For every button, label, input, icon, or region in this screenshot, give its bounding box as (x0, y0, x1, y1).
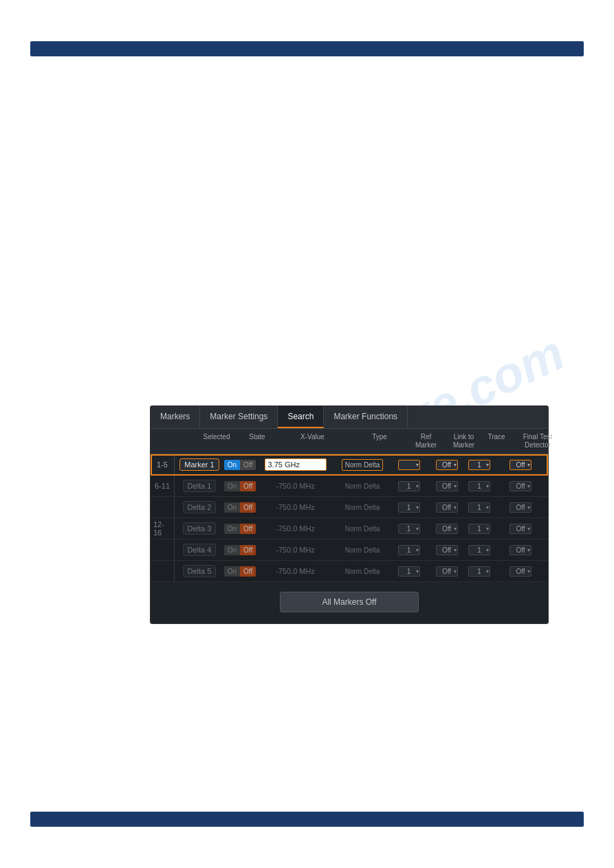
link-to-marker-select-delta1[interactable]: Off (436, 481, 458, 491)
xvalue-cell-delta1: -750.0 MHz (256, 478, 335, 493)
col-header-xvalue: X-Value (273, 432, 352, 451)
selected-cell-delta5: Delta 5 (175, 563, 224, 579)
table-row: 1-5 Marker 1 On Off Norm Delta (151, 454, 548, 476)
delta4-label[interactable]: Delta 4 (183, 544, 217, 556)
tab-search[interactable]: Search (278, 406, 324, 428)
btn-on-delta3[interactable]: On (224, 524, 240, 534)
col-header-trace: Trace (483, 432, 510, 451)
col-header-link-to-marker: Link to Marker (445, 432, 483, 451)
link-to-marker-select-delta5[interactable]: Off (436, 566, 458, 577)
type-delta3: Norm Delta (342, 523, 384, 535)
trace-cell-delta1: 1 (465, 479, 493, 493)
final-test-cell-marker1: Off (493, 458, 548, 472)
xvalue-cell-marker1 (256, 456, 335, 473)
btn-on-marker1[interactable]: On (224, 460, 240, 470)
marker1-label[interactable]: Marker 1 (179, 458, 219, 471)
final-test-cell-delta1: Off (493, 479, 548, 493)
final-test-select-delta1[interactable]: Off (509, 481, 531, 491)
type-cell-delta4: Norm Delta (335, 542, 390, 558)
selected-cell-delta1: Delta 1 (175, 478, 224, 494)
table-row: Delta 5 On Off -750.0 MHz Norm Delta 1 O… (151, 561, 548, 582)
type-cell-marker1: Norm Delta (335, 457, 390, 473)
state-cell-delta2: On Off (224, 500, 256, 515)
xvalue-input-marker1[interactable] (265, 458, 327, 471)
xvalue-delta4: -750.0 MHz (265, 544, 327, 555)
btn-off-delta2[interactable]: Off (240, 502, 256, 513)
ref-marker-select-delta2[interactable]: 1 (398, 502, 420, 513)
final-test-select-marker1[interactable]: Off (509, 460, 531, 470)
trace-select-marker1[interactable]: 1 (468, 460, 490, 470)
col-header-empty (151, 432, 192, 451)
xvalue-delta3: -750.0 MHz (265, 523, 327, 534)
btn-on-delta4[interactable]: On (224, 545, 240, 555)
trace-select-wrapper-marker1: 1 (468, 460, 490, 470)
type-delta2: Norm Delta (342, 502, 384, 513)
trace-select-delta1[interactable]: 1 (468, 481, 490, 491)
type-cell-delta3: Norm Delta (335, 521, 390, 537)
ref-marker-select-delta1[interactable]: 1 (398, 481, 420, 491)
selected-cell-delta2: Delta 2 (175, 499, 224, 515)
marker-panel: Markers Marker Settings Search Marker Fu… (150, 405, 549, 624)
ref-marker-select-delta4[interactable]: 1 (398, 545, 420, 555)
state-cell-delta3: On Off (224, 522, 256, 536)
link-to-marker-select-delta3[interactable]: Off (436, 524, 458, 534)
top-decorative-bar (30, 41, 584, 56)
xvalue-delta5: -750.0 MHz (265, 566, 327, 577)
group-label-12-16-2 (151, 539, 175, 560)
trace-cell-marker1: 1 (465, 458, 493, 472)
tab-marker-functions[interactable]: Marker Functions (324, 406, 408, 428)
col-header-state: State (241, 432, 273, 451)
tab-markers[interactable]: Markers (151, 406, 200, 428)
trace-select-delta3[interactable]: 1 (468, 524, 490, 534)
btn-on-delta2[interactable]: On (224, 502, 240, 513)
final-test-select-delta2[interactable]: Off (509, 502, 531, 513)
ref-marker-select-delta5[interactable]: 1 (398, 566, 420, 577)
state-cell-delta4: On Off (224, 543, 256, 557)
delta5-label[interactable]: Delta 5 (183, 565, 217, 577)
col-header-ref-marker: Ref Marker (407, 432, 445, 451)
btn-off-delta5[interactable]: Off (240, 566, 256, 577)
col-header-final-test: Final Test Detector (510, 432, 565, 451)
trace-select-delta5[interactable]: 1 (468, 566, 490, 577)
btn-off-delta1[interactable]: Off (240, 481, 256, 491)
type-marker1: Norm Delta (342, 459, 384, 471)
group-label-6-11-2 (151, 497, 175, 518)
state-cell-marker1: On Off (224, 458, 256, 472)
all-markers-off-button[interactable]: All Markers Off (280, 592, 418, 612)
table-row: Delta 4 On Off -750.0 MHz Norm Delta 1 O… (151, 539, 548, 561)
xvalue-delta2: -750.0 MHz (265, 502, 327, 513)
link-to-marker-select-marker1[interactable]: Off (436, 460, 458, 470)
col-header-selected: Selected (192, 432, 241, 451)
trace-select-delta4[interactable]: 1 (468, 545, 490, 555)
ref-marker-select-delta3[interactable]: 1 (398, 524, 420, 534)
ref-marker-cell-marker1: 1 (390, 458, 428, 472)
ref-marker-select-wrapper-delta1: 1 (398, 481, 420, 491)
delta1-label[interactable]: Delta 1 (183, 480, 217, 492)
ref-marker-cell-delta1: 1 (390, 479, 428, 493)
tab-marker-settings[interactable]: Marker Settings (200, 406, 278, 428)
type-delta1: Norm Delta (342, 480, 384, 492)
type-cell-delta1: Norm Delta (335, 478, 390, 494)
ref-marker-select-marker1[interactable]: 1 (398, 460, 420, 470)
trace-select-delta2[interactable]: 1 (468, 502, 490, 513)
xvalue-cell-delta4: -750.0 MHz (256, 542, 335, 557)
final-test-select-delta5[interactable]: Off (509, 566, 531, 577)
state-cell-delta1: On Off (224, 479, 256, 493)
toggle-delta1: On Off (224, 481, 256, 491)
final-test-select-delta3[interactable]: Off (509, 524, 531, 534)
link-to-marker-select-delta4[interactable]: Off (436, 545, 458, 555)
btn-on-delta1[interactable]: On (224, 481, 240, 491)
toggle-marker1: On Off (224, 460, 256, 470)
table-row: 12-16 Delta 3 On Off -750.0 MHz Norm Del… (151, 518, 548, 539)
link-to-marker-select-delta2[interactable]: Off (436, 502, 458, 513)
btn-on-delta5[interactable]: On (224, 566, 240, 577)
link-to-marker-cell-delta1: Off (428, 479, 465, 493)
btn-off-delta3[interactable]: Off (240, 524, 256, 534)
delta2-label[interactable]: Delta 2 (183, 501, 217, 513)
btn-off-marker1[interactable]: Off (240, 460, 256, 470)
btn-off-delta4[interactable]: Off (240, 545, 256, 555)
final-test-select-delta4[interactable]: Off (509, 545, 531, 555)
type-delta4: Norm Delta (342, 544, 384, 556)
group-label-12-16-3 (151, 561, 175, 581)
delta3-label[interactable]: Delta 3 (183, 522, 217, 535)
